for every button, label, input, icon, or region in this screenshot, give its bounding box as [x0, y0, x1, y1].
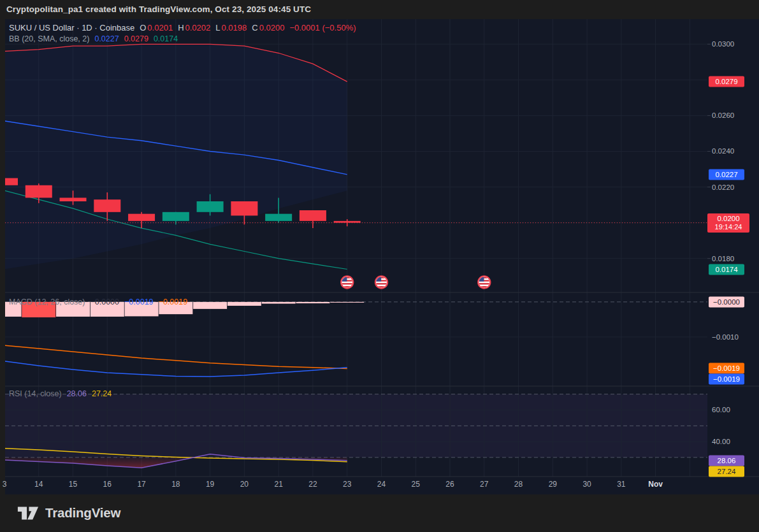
tradingview-logo-icon [17, 503, 40, 523]
attribution-text: Cryptopolitan_pa1 created with TradingVi… [6, 4, 311, 14]
tradingview-wordmark: TradingView [45, 505, 120, 521]
economic-event-flag-icon[interactable] [375, 276, 387, 288]
macd-histogram-bar[interactable] [296, 302, 329, 303]
tradingview-attribution[interactable]: TradingView [17, 502, 120, 524]
candle-body[interactable] [300, 210, 326, 221]
flag-stripe [342, 283, 352, 284]
candle-body[interactable] [60, 198, 87, 201]
chart-surface[interactable]: SUKU / US Dollar · 1D · Coinbase O0.0201… [5, 19, 759, 494]
macd-histogram-bar[interactable] [125, 302, 159, 317]
macd-histogram-bar[interactable] [228, 302, 261, 306]
candle-body[interactable] [197, 201, 224, 212]
candle-body[interactable] [25, 185, 52, 198]
macd-histogram-bar[interactable] [262, 302, 296, 304]
candle-body[interactable] [163, 212, 189, 221]
macd-histogram-bar[interactable] [159, 302, 192, 314]
macd-histogram-bar[interactable] [330, 302, 364, 303]
tradingview-chart-screenshot: Cryptopolitan_pa1 created with TradingVi… [0, 0, 759, 532]
economic-event-flag-icon[interactable] [478, 276, 490, 288]
macd-histogram-bar[interactable] [56, 302, 90, 317]
economic-event-flag-icon[interactable] [341, 276, 353, 288]
flag-stripe [479, 283, 489, 284]
candle-body[interactable] [94, 199, 120, 212]
symbol-title[interactable]: SUKU / US Dollar · 1D · Coinbase [9, 23, 134, 32]
chart-canvas[interactable] [5, 19, 759, 494]
flag-stripe [376, 283, 387, 284]
macd-histogram-bar[interactable] [193, 302, 227, 309]
macd-histogram-bar[interactable] [90, 302, 124, 317]
candle-body[interactable] [128, 214, 155, 221]
macd-histogram-bar[interactable] [5, 302, 22, 317]
attribution-bar: Cryptopolitan_pa1 created with TradingVi… [0, 0, 759, 19]
candle-body[interactable] [5, 178, 18, 185]
candle-body[interactable] [231, 201, 257, 215]
macd-histogram-bar[interactable] [22, 302, 55, 317]
candle-body[interactable] [265, 214, 292, 221]
